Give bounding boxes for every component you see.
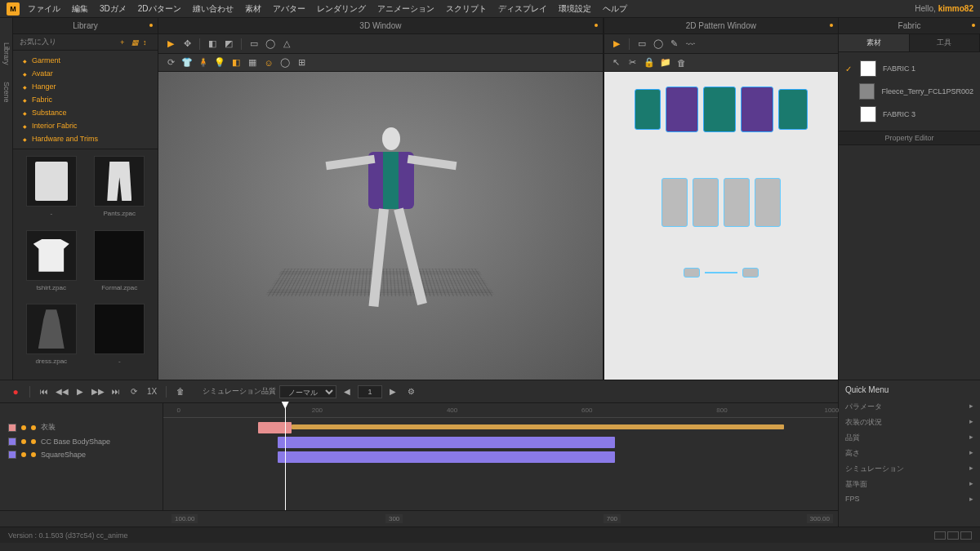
quick-menu-item[interactable]: FPS▸ [845,492,973,505]
menu-item[interactable]: ヘルプ [603,3,627,15]
garment-icon[interactable]: 👕 [180,56,194,70]
tool-icon[interactable]: ◯ [278,56,292,70]
panel-menu-icon[interactable] [595,24,598,27]
sim-quality-select[interactable]: ノーマル [279,385,336,398]
menu-item[interactable]: スクリプト [446,3,487,15]
quick-menu-item[interactable]: 基準面▸ [845,477,973,492]
tool-icon[interactable]: ◧ [205,37,220,51]
loop-button[interactable]: ⟳ [127,384,141,399]
category-item[interactable]: Garment [13,54,158,67]
panel-menu-icon[interactable] [972,24,975,27]
tool-icon[interactable]: ✂ [626,56,640,70]
menu-item[interactable]: 3Dガメ [100,3,127,15]
avatar-model[interactable] [363,127,420,323]
select-tool-icon[interactable]: ▶ [609,37,624,51]
quick-menu-item[interactable]: 高さ▸ [845,446,973,461]
timeline-clip[interactable] [278,451,615,463]
sort-icon[interactable]: ↕ [143,38,151,47]
thumb-item[interactable]: - [20,156,83,225]
next-frame-button[interactable]: ▶▶ [91,384,105,399]
menu-item[interactable]: 素材 [245,3,261,15]
fabric-item[interactable]: Fleece_Terry_FCL1PSR002 [844,80,975,103]
thumb-item[interactable]: tshirt.zpac [20,230,83,300]
pattern-piece[interactable] [666,87,698,132]
go-start-button[interactable]: ⏮ [37,384,51,399]
timeline-clip[interactable] [278,437,615,448]
tool-icon[interactable]: 🔒 [642,56,657,70]
move-tool-icon[interactable]: ✥ [180,37,194,51]
category-item[interactable]: Hanger [13,80,158,93]
thumb-item[interactable]: - [88,304,152,373]
prev-icon[interactable]: ◀ [340,384,354,399]
category-item[interactable]: Avatar [13,67,158,80]
pattern-piece[interactable] [635,89,661,130]
pattern-piece[interactable] [755,178,781,227]
prev-frame-button[interactable]: ◀◀ [55,384,69,399]
refresh-icon[interactable]: ⟳ [163,56,178,70]
add-icon[interactable]: + [120,38,128,47]
menu-item[interactable]: 2Dパターン [138,3,181,15]
timeline-ruler[interactable]: 0 200 400 600 800 1000 [163,403,838,418]
menu-item[interactable]: 編集 [72,3,88,15]
light-icon[interactable]: 💡 [212,56,227,70]
category-item[interactable]: Hardware and Trims [13,132,158,145]
select-tool-icon[interactable]: ▶ [163,37,178,51]
tool-icon[interactable]: ⊞ [294,56,309,70]
menu-item[interactable]: レンダリング [317,3,366,15]
pattern-piece[interactable] [684,268,700,278]
layout-icon[interactable] [947,531,959,540]
thumb-item[interactable]: Formal.zpac [88,230,152,300]
pattern-piece[interactable] [742,268,759,278]
menu-item[interactable]: ディスプレイ [498,3,547,15]
track-item[interactable]: CC Base BodyShape [8,435,154,448]
quick-menu-item[interactable]: 品質▸ [845,430,973,446]
category-item[interactable]: Interior Fabric [13,119,158,132]
delete-icon[interactable]: 🗑 [173,384,188,399]
pattern-piece[interactable] [778,89,808,130]
next-icon[interactable]: ▶ [385,384,400,399]
tool-icon[interactable]: 🗑 [675,56,689,70]
play-button[interactable]: ▶ [73,384,87,399]
category-item[interactable]: Substance [13,106,158,119]
layout-icon[interactable] [960,531,972,540]
viewport-2d-canvas[interactable] [604,72,838,380]
layout-icon[interactable] [934,531,946,540]
viewport-3d-canvas[interactable] [158,72,603,380]
timeline-clip[interactable] [292,424,784,429]
side-tab[interactable]: Library [2,42,11,65]
avatar-icon[interactable]: 🧍 [196,56,211,70]
track-item[interactable]: SquareShape [8,448,154,461]
tool-icon[interactable]: 〰 [684,37,698,51]
speed-label[interactable]: 1X [145,384,159,399]
track-item[interactable]: 衣装 [8,420,154,435]
tool-icon[interactable]: ▭ [247,37,261,51]
menu-item[interactable]: 環境設定 [559,3,591,15]
pattern-piece[interactable] [662,178,688,227]
record-button[interactable]: ● [8,384,23,399]
pattern-piece[interactable] [741,87,773,132]
menu-item[interactable]: アニメーション [377,3,434,15]
thumb-item[interactable]: dress.zpac [20,304,83,373]
tool-icon[interactable]: ◩ [221,37,236,51]
quick-menu-item[interactable]: 衣装の状況▸ [845,415,973,430]
menu-item[interactable]: ファイル [28,3,60,15]
timeline-clip[interactable] [258,422,292,433]
side-tab[interactable]: Scene [2,82,11,103]
fabric-item[interactable]: ✓FABRIC 1 [844,57,975,80]
thumb-item[interactable]: Pants.zpac [88,156,152,225]
pattern-piece[interactable] [703,87,736,132]
fabric-tab[interactable]: 工具 [910,34,981,51]
tool-icon[interactable]: ◯ [651,37,666,51]
timeline-lanes[interactable]: 0 200 400 600 800 1000 [163,403,838,510]
tool-icon[interactable]: ▭ [635,37,649,51]
quick-menu-item[interactable]: パラメータ▸ [845,399,973,415]
tool-icon[interactable]: ◯ [263,37,278,51]
fabric-tab[interactable]: 素材 [839,34,910,51]
frame-input[interactable] [358,385,382,398]
category-item[interactable]: Fabric [13,93,158,106]
pattern-piece[interactable] [724,178,750,227]
menu-item[interactable]: アバター [273,3,305,15]
pattern-piece[interactable] [693,178,719,227]
go-end-button[interactable]: ⏭ [109,384,123,399]
panel-menu-icon[interactable] [149,24,153,27]
